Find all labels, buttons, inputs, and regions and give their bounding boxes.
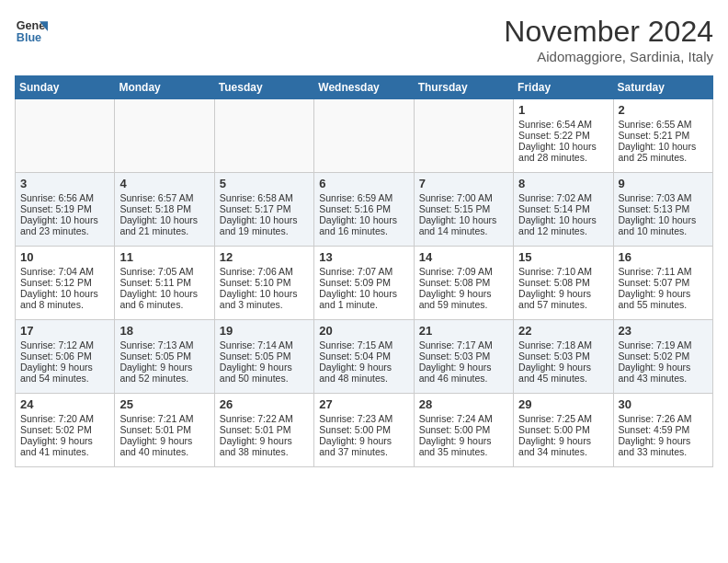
day-info: Sunrise: 7:26 AM: [619, 413, 708, 424]
day-number: 24: [20, 397, 109, 411]
day-info: Sunset: 5:09 PM: [319, 277, 408, 288]
calendar-week-5: 24Sunrise: 7:20 AMSunset: 5:02 PMDayligh…: [16, 394, 713, 467]
calendar-cell: 8Sunrise: 7:02 AMSunset: 5:14 PMDaylight…: [514, 173, 613, 247]
day-number: 20: [319, 324, 408, 338]
day-info: Daylight: 9 hours: [20, 435, 109, 446]
day-info: and 46 minutes.: [419, 373, 508, 384]
calendar-cell: 18Sunrise: 7:13 AMSunset: 5:05 PMDayligh…: [115, 320, 214, 394]
day-info: Sunset: 5:10 PM: [220, 277, 309, 288]
month-title: November 2024: [504, 15, 713, 49]
calendar-cell: 2Sunrise: 6:55 AMSunset: 5:21 PMDaylight…: [613, 99, 712, 173]
day-info: Sunrise: 6:57 AM: [119, 192, 209, 203]
day-info: Sunrise: 7:24 AM: [419, 413, 508, 424]
svg-text:Blue: Blue: [17, 31, 41, 44]
day-info: Daylight: 9 hours: [220, 362, 309, 373]
day-info: Daylight: 10 hours: [20, 288, 109, 299]
calendar-cell: 30Sunrise: 7:26 AMSunset: 4:59 PMDayligh…: [613, 394, 712, 467]
day-info: Sunrise: 7:19 AM: [619, 339, 708, 350]
calendar-cell: 28Sunrise: 7:24 AMSunset: 5:00 PMDayligh…: [414, 394, 513, 467]
day-header-thursday: Thursday: [414, 76, 513, 99]
calendar-cell: 11Sunrise: 7:05 AMSunset: 5:11 PMDayligh…: [115, 247, 214, 320]
day-info: Sunrise: 7:21 AM: [119, 413, 209, 424]
calendar-cell: 9Sunrise: 7:03 AMSunset: 5:13 PMDaylight…: [613, 173, 712, 247]
day-info: Sunset: 5:19 PM: [20, 203, 109, 214]
day-number: 17: [20, 324, 109, 338]
day-info: Sunrise: 6:56 AM: [20, 192, 109, 203]
day-info: and 28 minutes.: [518, 152, 608, 163]
calendar-cell: 25Sunrise: 7:21 AMSunset: 5:01 PMDayligh…: [115, 394, 214, 467]
day-number: 1: [518, 103, 608, 117]
calendar-cell: [115, 99, 214, 173]
day-info: Sunset: 5:01 PM: [220, 424, 309, 435]
day-number: 18: [119, 324, 209, 338]
day-info: Sunset: 5:14 PM: [518, 203, 608, 214]
calendar-cell: [414, 99, 513, 173]
day-info: and 14 minutes.: [419, 225, 508, 236]
day-info: and 45 minutes.: [518, 373, 608, 384]
calendar-cell: 3Sunrise: 6:56 AMSunset: 5:19 PMDaylight…: [16, 173, 115, 247]
day-info: Daylight: 10 hours: [619, 141, 708, 152]
day-info: Daylight: 9 hours: [419, 435, 508, 446]
calendar-cell: 5Sunrise: 6:58 AMSunset: 5:17 PMDaylight…: [214, 173, 313, 247]
day-info: and 19 minutes.: [220, 225, 309, 236]
calendar-table: SundayMondayTuesdayWednesdayThursdayFrid…: [15, 75, 713, 467]
calendar-cell: [214, 99, 313, 173]
day-info: Sunset: 5:18 PM: [119, 203, 209, 214]
title-area: November 2024 Aidomaggiore, Sardinia, It…: [504, 15, 713, 64]
calendar-header-row: SundayMondayTuesdayWednesdayThursdayFrid…: [16, 76, 713, 99]
day-info: Sunset: 5:04 PM: [319, 350, 408, 362]
day-info: Sunset: 5:05 PM: [119, 350, 209, 362]
day-info: and 12 minutes.: [518, 225, 608, 236]
day-info: Sunrise: 7:25 AM: [518, 413, 608, 424]
day-info: and 3 minutes.: [220, 299, 309, 310]
calendar-cell: 1Sunrise: 6:54 AMSunset: 5:22 PMDaylight…: [514, 99, 613, 173]
calendar-week-3: 10Sunrise: 7:04 AMSunset: 5:12 PMDayligh…: [16, 247, 713, 320]
day-info: Sunrise: 7:13 AM: [119, 339, 209, 350]
day-info: Sunrise: 7:03 AM: [619, 192, 708, 203]
day-info: Sunrise: 7:20 AM: [20, 413, 109, 424]
day-info: Daylight: 10 hours: [119, 214, 209, 225]
day-number: 11: [119, 250, 209, 264]
day-info: Daylight: 9 hours: [319, 435, 408, 446]
day-info: and 23 minutes.: [20, 225, 109, 236]
day-number: 6: [319, 177, 408, 190]
day-info: and 1 minute.: [319, 299, 408, 310]
calendar-cell: 29Sunrise: 7:25 AMSunset: 5:00 PMDayligh…: [514, 394, 613, 467]
day-info: and 37 minutes.: [319, 446, 408, 457]
day-info: Sunrise: 7:14 AM: [220, 339, 309, 350]
day-info: Sunrise: 7:15 AM: [319, 339, 408, 350]
day-info: and 34 minutes.: [518, 446, 608, 457]
day-info: Sunset: 5:00 PM: [419, 424, 508, 435]
calendar-week-1: 1Sunrise: 6:54 AMSunset: 5:22 PMDaylight…: [16, 99, 713, 173]
day-info: Sunrise: 6:58 AM: [220, 192, 309, 203]
day-number: 27: [319, 397, 408, 411]
day-info: Daylight: 9 hours: [518, 288, 608, 299]
calendar-cell: 7Sunrise: 7:00 AMSunset: 5:15 PMDaylight…: [414, 173, 513, 247]
day-info: Sunrise: 7:22 AM: [220, 413, 309, 424]
day-info: Sunrise: 6:55 AM: [619, 119, 708, 130]
day-info: Sunset: 5:05 PM: [220, 350, 309, 362]
calendar-cell: 12Sunrise: 7:06 AMSunset: 5:10 PMDayligh…: [214, 247, 313, 320]
day-number: 16: [619, 250, 708, 264]
day-info: Daylight: 10 hours: [319, 214, 408, 225]
day-info: and 35 minutes.: [419, 446, 508, 457]
day-info: Daylight: 10 hours: [20, 214, 109, 225]
day-info: Sunrise: 7:02 AM: [518, 192, 608, 203]
day-info: Sunset: 5:00 PM: [518, 424, 608, 435]
calendar-cell: 17Sunrise: 7:12 AMSunset: 5:06 PMDayligh…: [16, 320, 115, 394]
day-info: Sunrise: 7:09 AM: [419, 266, 508, 277]
day-info: Sunset: 5:08 PM: [419, 277, 508, 288]
day-info: Daylight: 9 hours: [619, 435, 708, 446]
day-info: Sunrise: 7:17 AM: [419, 339, 508, 350]
day-info: and 33 minutes.: [619, 446, 708, 457]
day-info: Daylight: 9 hours: [518, 362, 608, 373]
day-info: Sunset: 5:15 PM: [419, 203, 508, 214]
day-info: Sunrise: 7:05 AM: [119, 266, 209, 277]
day-header-monday: Monday: [115, 76, 214, 99]
calendar-week-4: 17Sunrise: 7:12 AMSunset: 5:06 PMDayligh…: [16, 320, 713, 394]
day-info: Sunset: 5:01 PM: [119, 424, 209, 435]
day-info: Sunset: 5:22 PM: [518, 130, 608, 141]
day-info: Daylight: 9 hours: [319, 362, 408, 373]
day-number: 29: [518, 397, 608, 411]
day-info: Sunset: 5:13 PM: [619, 203, 708, 214]
